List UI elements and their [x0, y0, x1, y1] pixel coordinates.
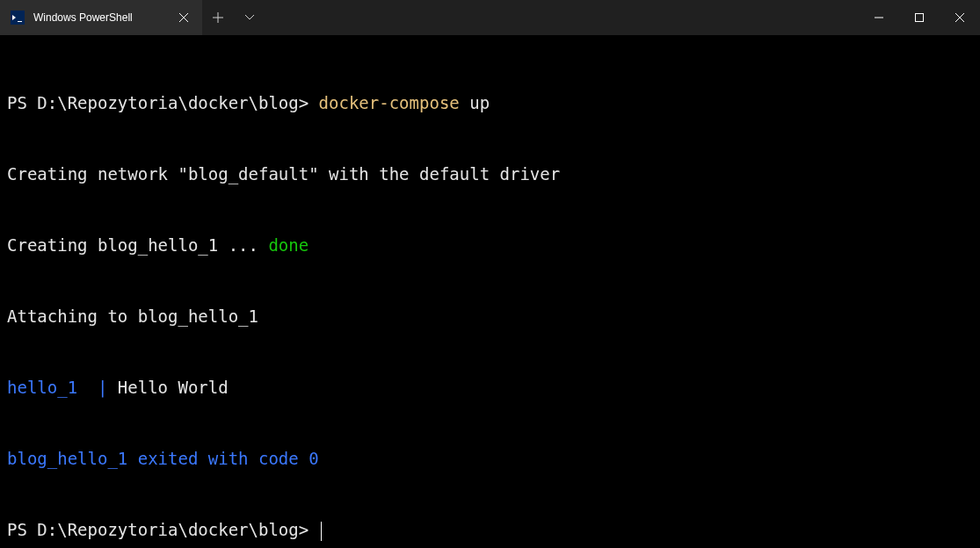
status-done: done [268, 235, 309, 255]
output-text: Hello World [107, 378, 228, 397]
window-close-button[interactable] [940, 0, 980, 35]
tab-title: Windows PowerShell [33, 11, 167, 24]
close-icon [955, 13, 964, 22]
cursor [321, 522, 322, 541]
terminal-line: Creating network "blog_default" with the… [7, 162, 973, 186]
terminal-line: PS D:\Repozytoria\docker\blog> [7, 518, 973, 542]
terminal-line: PS D:\Repozytoria\docker\blog> docker-co… [7, 91, 973, 115]
prompt: PS D:\Repozytoria\docker\blog> [7, 520, 319, 539]
terminal-line: Creating blog_hello_1 ... done [7, 234, 973, 257]
svg-rect-5 [916, 14, 924, 22]
command-part: docker-compose [319, 93, 460, 112]
titlebar-drag-region[interactable] [265, 0, 859, 35]
minimize-icon [875, 13, 883, 22]
maximize-button[interactable] [899, 0, 940, 35]
terminal-output[interactable]: PS D:\Repozytoria\docker\blog> docker-co… [0, 35, 980, 548]
plus-icon [213, 12, 223, 23]
tab-close-button[interactable] [174, 8, 193, 27]
command-part: up [460, 93, 490, 112]
tab-powershell[interactable]: Windows PowerShell [0, 0, 202, 35]
output-text: Creating blog_hello_1 ... [7, 235, 268, 255]
tab-dropdown-button[interactable] [234, 0, 265, 35]
minimize-button[interactable] [859, 0, 899, 35]
new-tab-button[interactable] [202, 0, 234, 35]
titlebar: Windows PowerShell [0, 0, 980, 35]
maximize-icon [915, 13, 924, 22]
chevron-down-icon [244, 14, 255, 21]
tab-actions [202, 0, 265, 35]
powershell-icon [11, 11, 25, 25]
exit-message: blog_hello_1 exited with code 0 [7, 449, 319, 468]
prompt: PS D:\Repozytoria\docker\blog> [7, 93, 319, 112]
output-text: Creating network "blog_default" with the… [7, 164, 560, 184]
window-controls [859, 0, 980, 35]
terminal-line: hello_1 | Hello World [7, 376, 973, 400]
terminal-line: blog_hello_1 exited with code 0 [7, 447, 973, 471]
service-label: hello_1 | [7, 378, 107, 397]
terminal-line: Attaching to blog_hello_1 [7, 305, 973, 328]
close-icon [179, 13, 188, 22]
output-text: Attaching to blog_hello_1 [7, 306, 258, 326]
